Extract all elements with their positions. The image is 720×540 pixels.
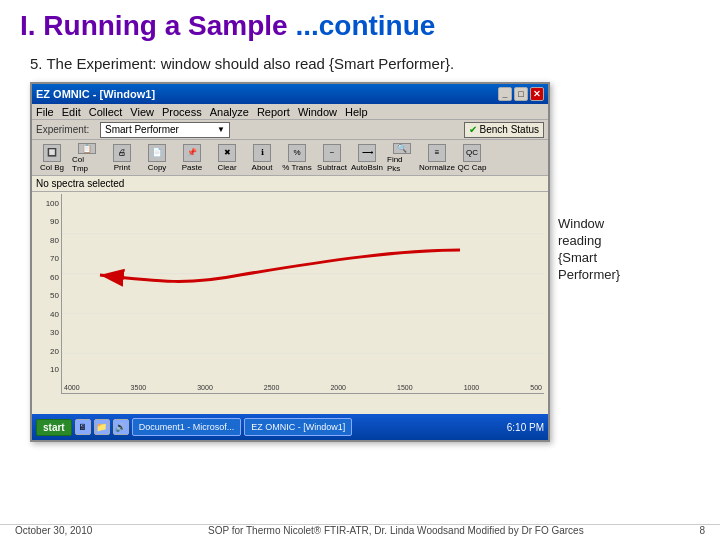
- toolbar-btn-paste[interactable]: 📌 Paste: [176, 143, 208, 173]
- taskbar-icon-2[interactable]: 📁: [94, 419, 110, 435]
- win-taskbar: start 🖥 📁 🔊 Document1 - Microsof... EZ O…: [32, 414, 548, 440]
- about-icon: ℹ: [253, 144, 271, 162]
- footer-center: SOP for Thermo Nicolet® FTIR-ATR, Dr. Li…: [208, 525, 584, 536]
- experiment-dropdown[interactable]: Smart Performer ▼: [100, 122, 230, 138]
- bench-status-label: Bench Status: [480, 124, 539, 135]
- annotation-line3: {Smart: [558, 250, 597, 265]
- toolbar-btn-colbg[interactable]: 🔲 Col Bg: [36, 143, 68, 173]
- menu-edit[interactable]: Edit: [62, 106, 81, 118]
- menu-collect[interactable]: Collect: [89, 106, 123, 118]
- bench-status-indicator: ✔ Bench Status: [464, 122, 544, 138]
- bench-check-icon: ✔: [469, 124, 477, 135]
- copy-icon: 📄: [148, 144, 166, 162]
- taskbar-icon-1[interactable]: 🖥: [75, 419, 91, 435]
- taskbar-icon-3[interactable]: 🔊: [113, 419, 129, 435]
- qccap-icon: QC: [463, 144, 481, 162]
- annotation-line2: reading: [558, 233, 601, 248]
- trans-icon: %: [288, 144, 306, 162]
- menu-window[interactable]: Window: [298, 106, 337, 118]
- experiment-toolbar-row: Experiment: Smart Performer ▼ ✔ Bench St…: [32, 120, 548, 140]
- step-number: 5.: [30, 55, 43, 72]
- minimize-button[interactable]: _: [498, 87, 512, 101]
- menu-report[interactable]: Report: [257, 106, 290, 118]
- subtract-icon: −: [323, 144, 341, 162]
- win-menubar: File Edit Collect View Process Analyze R…: [32, 104, 548, 120]
- toolbar-btn-coltmp[interactable]: 📋 Col Tmp: [71, 143, 103, 173]
- normalize-icon: ≡: [428, 144, 446, 162]
- dropdown-arrow-icon: ▼: [217, 125, 225, 134]
- toolbar-btn-findpks[interactable]: 🔍 Find Pks: [386, 143, 418, 173]
- page-header: I. Running a Sample ...continue: [0, 0, 720, 47]
- close-button[interactable]: ✕: [530, 87, 544, 101]
- menu-file[interactable]: File: [36, 106, 54, 118]
- annotation-line1: Window: [558, 216, 604, 231]
- autobsln-icon: ⟶: [358, 144, 376, 162]
- toolbar-btn-about[interactable]: ℹ About: [246, 143, 278, 173]
- toolbar-btn-normalize[interactable]: ≡ Normalize: [421, 143, 453, 173]
- footer-date: October 30, 2010: [15, 525, 92, 536]
- menu-process[interactable]: Process: [162, 106, 202, 118]
- coltmp-icon: 📋: [78, 143, 96, 154]
- colbg-icon: 🔲: [43, 144, 61, 162]
- menu-help[interactable]: Help: [345, 106, 368, 118]
- menu-analyze[interactable]: Analyze: [210, 106, 249, 118]
- toolbar-btn-subtract[interactable]: − Subtract: [316, 143, 348, 173]
- no-spectra-text: No spectra selected: [36, 178, 124, 189]
- title-part1: I. Running a Sample: [20, 10, 288, 41]
- page-footer: October 30, 2010 SOP for Thermo Nicolet®…: [0, 524, 720, 536]
- dropdown-value: Smart Performer: [105, 124, 179, 135]
- toolbar-btn-qccap[interactable]: QC QC Cap: [456, 143, 488, 173]
- toolbar-btn-copy[interactable]: 📄 Copy: [141, 143, 173, 173]
- experiment-label: Experiment:: [36, 124, 96, 135]
- step-text: 5. The Experiment: window should also re…: [0, 47, 720, 78]
- clear-icon: ✖: [218, 144, 236, 162]
- icon-toolbar: 🔲 Col Bg 📋 Col Tmp 🖨 Print 📄 Copy 📌 Past…: [32, 140, 548, 176]
- findpks-icon: 🔍: [393, 143, 411, 154]
- annotation-box: Window reading {Smart Performer}: [558, 212, 718, 284]
- taskbar-time: 6:10 PM: [507, 422, 544, 433]
- step-description: The Experiment: window should also read …: [46, 55, 454, 72]
- annotation-line4: Performer}: [558, 267, 620, 282]
- print-icon: 🖨: [113, 144, 131, 162]
- app-title: EZ OMNIC - [Window1]: [36, 88, 155, 100]
- start-button[interactable]: start: [36, 419, 72, 436]
- menu-view[interactable]: View: [130, 106, 154, 118]
- page-title: I. Running a Sample ...continue: [20, 10, 700, 42]
- win-app: EZ OMNIC - [Window1] _ □ ✕ File Edit Col…: [30, 82, 550, 442]
- footer-page: 8: [699, 525, 705, 536]
- annotation-text: Window reading {Smart Performer}: [558, 216, 718, 284]
- paste-icon: 📌: [183, 144, 201, 162]
- start-label: start: [43, 422, 65, 433]
- toolbar-btn-clear[interactable]: ✖ Clear: [211, 143, 243, 173]
- taskbar-task-ezomnic[interactable]: EZ OMNIC - [Window1]: [244, 418, 352, 436]
- app-status-bar: No spectra selected: [32, 176, 548, 192]
- chart-plot-area: 4000 3500 3000 2500 2000 1500 1000 500: [61, 194, 544, 394]
- titlebar-buttons: _ □ ✕: [498, 87, 544, 101]
- title-part2: ...continue: [295, 10, 435, 41]
- taskbar-task-document[interactable]: Document1 - Microsof...: [132, 418, 242, 436]
- chart-grid: [62, 194, 544, 393]
- toolbar-btn-autobsln[interactable]: ⟶ AutoBsln: [351, 143, 383, 173]
- y-axis: 100 90 80 70 60 50 40 30 20 10: [36, 194, 61, 394]
- maximize-button[interactable]: □: [514, 87, 528, 101]
- win-titlebar: EZ OMNIC - [Window1] _ □ ✕: [32, 84, 548, 104]
- chart-area: 100 90 80 70 60 50 40 30 20 10 4000 3500…: [36, 194, 544, 394]
- toolbar-btn-trans[interactable]: % % Trans: [281, 143, 313, 173]
- screenshot-wrapper: EZ OMNIC - [Window1] _ □ ✕ File Edit Col…: [30, 82, 550, 452]
- toolbar-btn-print[interactable]: 🖨 Print: [106, 143, 138, 173]
